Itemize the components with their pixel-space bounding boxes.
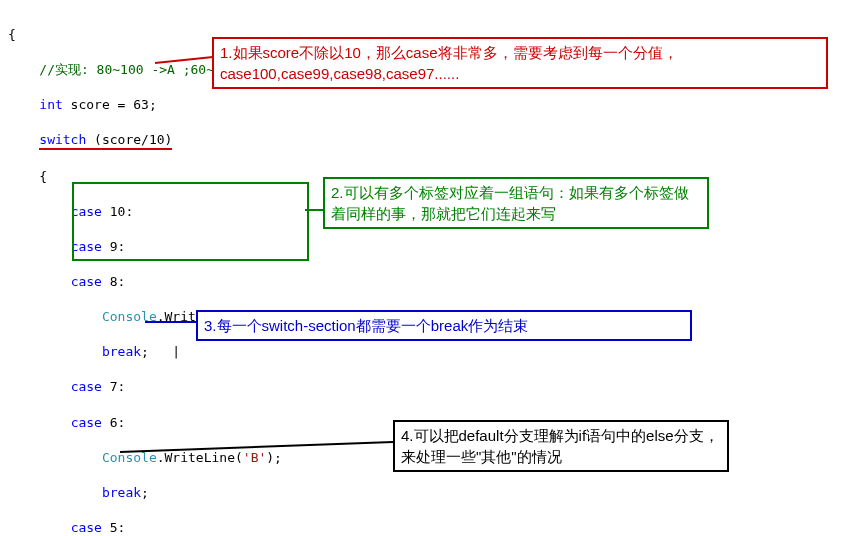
code-line: int score = 63; bbox=[8, 96, 842, 114]
code-line: switch (score/10) bbox=[8, 131, 842, 151]
code-line: case 7: bbox=[8, 378, 842, 396]
code-line: case 5: bbox=[8, 519, 842, 536]
code-line: break; | bbox=[8, 343, 842, 361]
code-line: case 8: bbox=[8, 273, 842, 291]
annotation-3: 3.每一个switch-section都需要一个break作为结束 bbox=[196, 310, 692, 341]
annotation-4: 4.可以把default分支理解为if语句中的else分支，来处理一些"其他"的… bbox=[393, 420, 729, 472]
annotation-2: 2.可以有多个标签对应着一组语句：如果有多个标签做着同样的事，那就把它们连起来写 bbox=[323, 177, 709, 229]
annotation-1: 1.如果score不除以10，那么case将非常多，需要考虑到每一个分值，cas… bbox=[212, 37, 828, 89]
code-line: case 9: bbox=[8, 238, 842, 256]
code-line: break; bbox=[8, 484, 842, 502]
